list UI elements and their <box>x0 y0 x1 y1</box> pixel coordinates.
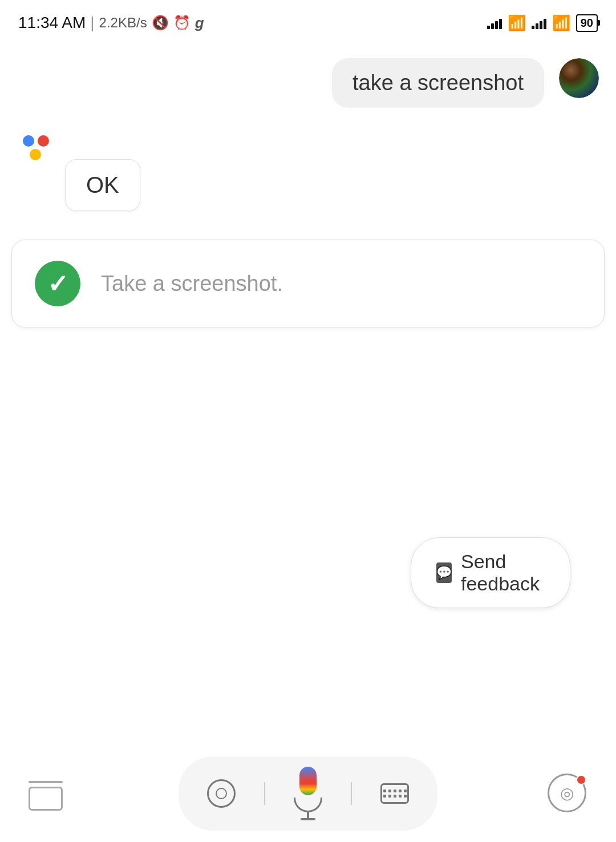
separator-1 <box>264 782 265 805</box>
feedback-icon: 💬 <box>436 562 452 583</box>
success-check-circle: ✓ <box>35 261 80 306</box>
signal-bars-1 <box>487 17 502 29</box>
user-message-text: take a screenshot <box>352 71 524 95</box>
lens-button[interactable] <box>207 779 236 808</box>
battery-level: 90 <box>581 17 593 29</box>
compass-button[interactable]: ◎ <box>548 774 587 813</box>
wifi-icon: 📶 <box>508 14 526 32</box>
user-message-area: take a screenshot <box>0 41 616 119</box>
action-card-text: Take a screenshot. <box>101 272 283 296</box>
wifi-icon-2: 📶 <box>552 14 570 32</box>
google-dot-yellow <box>30 149 41 160</box>
screen-icon-antenna <box>29 781 63 783</box>
signal-bars-2 <box>532 17 546 29</box>
assistant-response-text: OK <box>86 172 119 197</box>
google-dot-blue <box>23 135 34 147</box>
google-dot-red <box>38 135 49 147</box>
send-feedback-button[interactable]: 💬 Send feedback <box>411 537 570 608</box>
mic-stand <box>294 798 322 812</box>
mic-body <box>299 767 317 795</box>
bottom-bar: ◎ <box>0 745 616 842</box>
send-feedback-label: Send feedback <box>461 550 545 595</box>
mic-foot <box>301 818 315 820</box>
time-display: 11:34 AM <box>18 14 86 32</box>
user-avatar <box>559 58 599 98</box>
data-speed: 2.2KB/s <box>99 15 147 31</box>
google-assistant-logo <box>17 129 55 160</box>
mic-base <box>307 812 309 818</box>
microphone-button[interactable] <box>294 767 322 820</box>
status-right: 📶 📶 90 <box>487 14 598 32</box>
lens-inner-circle <box>216 788 227 799</box>
user-avatar-image <box>559 58 599 98</box>
input-controls-pill <box>179 756 437 831</box>
status-bar: 11:34 AM | 2.2KB/s 🔇 ⏰ g 📶 📶 90 <box>0 0 616 41</box>
separator: | <box>90 14 94 32</box>
keyboard-button[interactable] <box>380 783 409 804</box>
g-icon: g <box>195 14 204 32</box>
screens-button[interactable] <box>29 776 68 811</box>
status-left: 11:34 AM | 2.2KB/s 🔇 ⏰ g <box>18 14 204 32</box>
key-row-2 <box>383 795 407 798</box>
checkmark-icon: ✓ <box>47 269 68 298</box>
alarm-icon: ⏰ <box>173 15 191 31</box>
mute-icon: 🔇 <box>152 15 169 31</box>
separator-2 <box>351 782 352 805</box>
battery-indicator: 90 <box>576 14 598 32</box>
compass-notification-dot <box>576 775 586 785</box>
assistant-area: OK <box>0 119 616 222</box>
screen-icon-body <box>29 787 63 811</box>
user-message-bubble: take a screenshot <box>332 58 544 108</box>
key-row-1 <box>383 790 407 792</box>
action-card: ✓ Take a screenshot. <box>11 240 605 327</box>
compass-needle-icon: ◎ <box>560 784 574 803</box>
assistant-response-bubble: OK <box>65 159 140 211</box>
